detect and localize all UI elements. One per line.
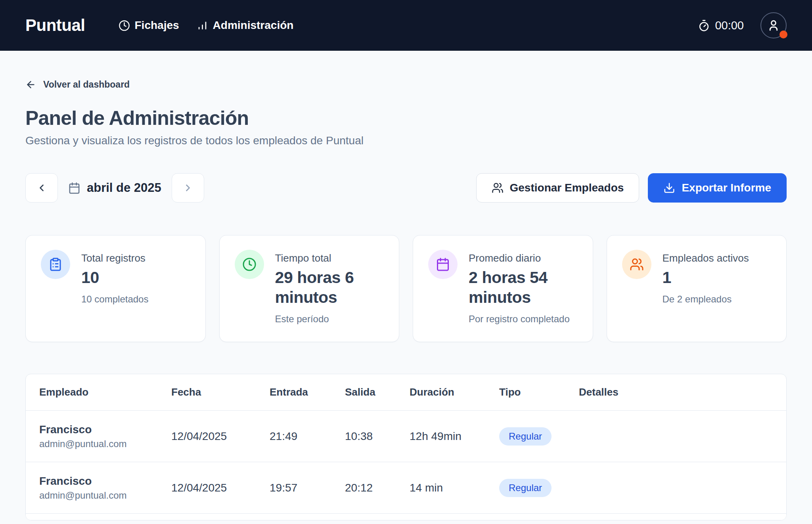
stat-label: Promedio diario bbox=[469, 250, 578, 264]
type-badge: Regular bbox=[499, 479, 552, 497]
type-cell: Regular bbox=[499, 479, 579, 497]
employee-name: Francisco bbox=[39, 423, 165, 436]
controls-row: abril de 2025 Gestionar Empleados Export… bbox=[25, 173, 787, 203]
back-link-label: Volver al dashboard bbox=[43, 79, 130, 90]
brand-logo[interactable]: Puntual bbox=[25, 16, 85, 35]
column-header-fecha: Fecha bbox=[171, 386, 270, 398]
table-row[interactable]: Francisco admin@puntual.com 12/04/2025 2… bbox=[26, 411, 786, 462]
employee-email: admin@puntual.com bbox=[39, 490, 165, 501]
entry-time-cell: 19:57 bbox=[270, 482, 345, 494]
partial-next-row bbox=[26, 514, 786, 520]
column-header-detalles: Detalles bbox=[579, 386, 773, 398]
date-cell: 12/04/2025 bbox=[171, 430, 270, 443]
page-subtitle: Gestiona y visualiza los registros de to… bbox=[25, 134, 787, 147]
users-icon bbox=[492, 182, 504, 194]
duration-cell: 14 min bbox=[410, 482, 499, 494]
export-report-button[interactable]: Exportar Informe bbox=[648, 173, 787, 203]
timer-value: 00:00 bbox=[715, 19, 744, 32]
stat-value: 2 horas 54 minutos bbox=[469, 268, 578, 307]
stat-subtext: 10 completados bbox=[81, 294, 148, 305]
stat-card-body: Total registros 10 10 completados bbox=[81, 250, 148, 305]
exit-time-cell: 10:38 bbox=[345, 430, 410, 443]
stat-label: Total registros bbox=[81, 250, 148, 264]
user-icon bbox=[766, 18, 781, 33]
previous-period-button[interactable] bbox=[25, 173, 58, 203]
stat-card-body: Tiempo total 29 horas 6 minutos Este per… bbox=[275, 250, 384, 325]
clock-icon bbox=[119, 20, 130, 31]
column-header-empleado: Empleado bbox=[39, 386, 171, 398]
nav-item-fichajes[interactable]: Fichajes bbox=[119, 19, 179, 32]
stat-subtext: Este período bbox=[275, 314, 384, 325]
arrow-left-icon bbox=[25, 79, 36, 90]
main-content: Volver al dashboard Panel de Administrac… bbox=[0, 51, 812, 520]
chevron-right-icon bbox=[182, 182, 193, 193]
bar-chart-icon bbox=[197, 20, 208, 31]
manage-employees-button[interactable]: Gestionar Empleados bbox=[476, 173, 640, 203]
manage-employees-label: Gestionar Empleados bbox=[510, 182, 624, 194]
top-navbar: Puntual Fichajes Administración 00:00 bbox=[0, 0, 812, 51]
session-timer: 00:00 bbox=[698, 19, 744, 32]
date-cell: 12/04/2025 bbox=[171, 482, 270, 494]
stat-label: Empleados activos bbox=[663, 250, 749, 264]
employee-cell: Francisco admin@puntual.com bbox=[39, 475, 171, 501]
type-cell: Regular bbox=[499, 427, 579, 446]
stats-cards: Total registros 10 10 completados Tiempo… bbox=[25, 235, 787, 342]
column-header-salida: Salida bbox=[345, 386, 410, 398]
stat-subtext: Por registro completado bbox=[469, 314, 578, 325]
employee-name: Francisco bbox=[39, 475, 165, 488]
user-avatar[interactable] bbox=[760, 12, 787, 38]
duration-cell: 12h 49min bbox=[410, 430, 499, 443]
users-icon bbox=[622, 250, 651, 279]
stat-label: Tiempo total bbox=[275, 250, 384, 264]
stat-subtext: De 2 empleados bbox=[663, 294, 749, 305]
employee-cell: Francisco admin@puntual.com bbox=[39, 423, 171, 449]
employee-email: admin@puntual.com bbox=[39, 438, 165, 449]
stat-value: 10 bbox=[81, 268, 148, 287]
stopwatch-icon bbox=[698, 19, 710, 32]
export-report-label: Exportar Informe bbox=[682, 182, 771, 194]
records-table: Empleado Fecha Entrada Salida Duración T… bbox=[25, 374, 787, 520]
main-nav: Fichajes Administración bbox=[119, 19, 294, 32]
stat-card-body: Promedio diario 2 horas 54 minutos Por r… bbox=[469, 250, 578, 325]
stat-card-body: Empleados activos 1 De 2 empleados bbox=[663, 250, 749, 305]
exit-time-cell: 20:12 bbox=[345, 482, 410, 494]
clipboard-list-icon bbox=[41, 250, 70, 279]
stat-card-tiempo-total: Tiempo total 29 horas 6 minutos Este per… bbox=[219, 235, 400, 342]
stat-card-total-registros: Total registros 10 10 completados bbox=[25, 235, 206, 342]
calendar-icon bbox=[68, 182, 80, 194]
column-header-entrada: Entrada bbox=[270, 386, 345, 398]
stat-card-empleados-activos: Empleados activos 1 De 2 empleados bbox=[607, 235, 787, 342]
next-period-button[interactable] bbox=[172, 173, 204, 203]
table-row[interactable]: Francisco admin@puntual.com 12/04/2025 1… bbox=[26, 462, 786, 514]
entry-time-cell: 21:49 bbox=[270, 430, 345, 443]
download-icon bbox=[663, 182, 675, 194]
notification-dot bbox=[779, 31, 787, 38]
table-header-row: Empleado Fecha Entrada Salida Duración T… bbox=[26, 374, 786, 411]
chevron-left-icon bbox=[36, 182, 47, 193]
clock-icon bbox=[235, 250, 264, 279]
stat-value: 29 horas 6 minutos bbox=[275, 268, 384, 307]
page-title: Panel de Administración bbox=[25, 107, 787, 130]
period-label: abril de 2025 bbox=[87, 181, 161, 195]
nav-item-administracion[interactable]: Administración bbox=[197, 19, 294, 32]
column-header-duracion: Duración bbox=[410, 386, 499, 398]
stat-value: 1 bbox=[663, 268, 749, 287]
column-header-tipo: Tipo bbox=[499, 386, 579, 398]
back-to-dashboard-link[interactable]: Volver al dashboard bbox=[25, 79, 130, 90]
navbar-right: 00:00 bbox=[698, 12, 787, 38]
stat-card-promedio-diario: Promedio diario 2 horas 54 minutos Por r… bbox=[413, 235, 593, 342]
nav-item-label: Fichajes bbox=[135, 19, 179, 32]
current-period: abril de 2025 bbox=[68, 181, 161, 195]
period-navigation: abril de 2025 bbox=[25, 173, 204, 203]
type-badge: Regular bbox=[499, 427, 552, 446]
calendar-icon bbox=[428, 250, 458, 279]
action-buttons: Gestionar Empleados Exportar Informe bbox=[476, 173, 787, 203]
nav-item-label: Administración bbox=[213, 19, 294, 32]
